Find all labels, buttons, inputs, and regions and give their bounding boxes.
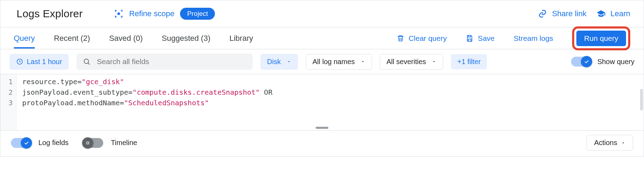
time-range-label: Last 1 hour (27, 58, 62, 66)
chevron-down-icon (360, 59, 365, 64)
search-fields-box[interactable] (76, 54, 253, 70)
page-title: Logs Explorer (17, 8, 83, 20)
line-number: 1 (2, 76, 13, 87)
query-editor[interactable]: 1 2 3 resource.type="gce_disk"jsonPayloa… (0, 74, 644, 130)
resource-filter[interactable]: Disk (260, 54, 298, 70)
severity-filter-label: All severities (386, 58, 426, 66)
line-number: 2 (2, 87, 13, 98)
chevron-down-icon (432, 59, 436, 64)
save-query-label: Save (478, 34, 495, 43)
show-query-toggle[interactable] (571, 57, 591, 67)
resource-filter-label: Disk (267, 58, 281, 66)
svg-point-0 (117, 12, 120, 15)
severity-filter[interactable]: All severities (380, 54, 443, 70)
chevron-down-icon (621, 140, 626, 145)
tab-saved[interactable]: Saved (0) (109, 34, 143, 43)
lognames-filter-label: All log names (312, 58, 355, 66)
clear-query-button[interactable]: Clear query (397, 34, 447, 43)
stream-logs-button[interactable]: Stream logs (514, 34, 553, 43)
scope-chip: Project (180, 8, 215, 20)
toggle-knob (21, 137, 32, 149)
time-range-select[interactable]: Last 1 hour (10, 54, 69, 70)
svg-rect-3 (87, 142, 89, 144)
clock-icon (16, 58, 23, 65)
toggle-knob (581, 56, 592, 67)
timeline-label: Timeline (111, 139, 137, 147)
save-query-button[interactable]: Save (466, 34, 495, 43)
code-line: resource.type="gce_disk" (22, 76, 638, 87)
clear-query-label: Clear query (409, 34, 447, 43)
editor-scrollbar[interactable] (640, 89, 643, 110)
link-icon (538, 9, 547, 18)
refine-scope-label: Refine scope (129, 9, 174, 18)
footer-row: Log fields Timeline Actions (0, 130, 644, 156)
show-query-label: Show query (597, 58, 634, 66)
learn-label: Learn (611, 9, 630, 18)
tab-recent[interactable]: Recent (2) (54, 34, 90, 43)
code-line: protoPayload.methodName="ScheduledSnapsh… (22, 98, 638, 108)
actions-label: Actions (594, 139, 617, 147)
search-fields-input[interactable] (96, 57, 246, 66)
save-icon (466, 35, 473, 42)
header-bar: Logs Explorer Refine scope Project (0, 0, 644, 27)
learn-button[interactable]: Learn (596, 9, 630, 18)
trash-icon (397, 35, 404, 42)
tab-library[interactable]: Library (229, 34, 253, 43)
scope-target-icon (114, 9, 124, 19)
search-icon (83, 58, 91, 65)
more-filters-button[interactable]: +1 filter (451, 54, 487, 69)
tab-query[interactable]: Query (14, 34, 35, 43)
chevron-down-icon (286, 59, 291, 64)
stream-logs-label: Stream logs (514, 34, 553, 43)
share-link-label: Share link (552, 9, 587, 18)
graduation-cap-icon (596, 9, 606, 18)
run-query-highlight: Run query (572, 26, 630, 50)
svg-point-2 (84, 59, 89, 64)
log-fields-label: Log fields (38, 139, 69, 147)
refine-scope-button[interactable]: Refine scope Project (114, 8, 215, 20)
editor-content[interactable]: resource.type="gce_disk"jsonPayload.even… (17, 74, 644, 130)
tabs-row: Query Recent (2) Saved (0) Suggested (3)… (0, 27, 644, 49)
run-query-button[interactable]: Run query (576, 31, 626, 46)
line-number: 3 (2, 98, 13, 108)
timeline-toggle[interactable] (83, 138, 103, 148)
share-link-button[interactable]: Share link (538, 9, 587, 18)
filters-row: Last 1 hour Disk All log names (0, 49, 644, 74)
editor-resize-handle[interactable] (316, 127, 328, 129)
actions-menu-button[interactable]: Actions (587, 135, 633, 151)
code-line: jsonPayload.event_subtype="compute.disks… (22, 87, 638, 98)
editor-gutter: 1 2 3 (0, 74, 17, 130)
tab-suggested[interactable]: Suggested (3) (162, 34, 210, 43)
lognames-filter[interactable]: All log names (306, 54, 372, 70)
toggle-knob (82, 137, 93, 149)
log-fields-toggle[interactable] (11, 138, 31, 148)
